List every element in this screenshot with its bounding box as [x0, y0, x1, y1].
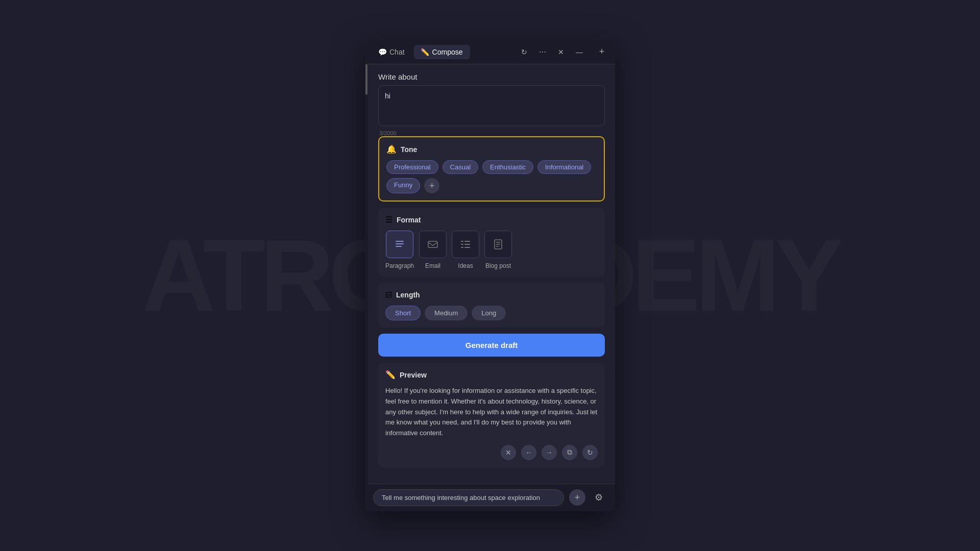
svg-rect-3 — [428, 241, 437, 247]
ideas-label: Ideas — [458, 262, 473, 269]
tone-casual[interactable]: Casual — [443, 160, 478, 174]
compose-tab-icon: ✏️ — [421, 48, 429, 56]
svg-rect-13 — [496, 246, 499, 247]
email-icon-box — [419, 231, 447, 258]
email-label: Email — [425, 262, 440, 269]
preview-icon: ✏️ — [385, 370, 396, 380]
preview-actions: ✕ ← → ⧉ ↻ — [385, 445, 598, 460]
tone-add-button[interactable]: + — [424, 178, 439, 193]
format-label: Format — [397, 216, 421, 224]
compose-tab-label: Compose — [432, 48, 463, 56]
generate-draft-button[interactable]: Generate draft — [378, 334, 605, 357]
write-about-textarea[interactable]: hi — [378, 85, 605, 126]
svg-rect-5 — [464, 241, 470, 242]
preview-prev-button[interactable]: ← — [521, 445, 536, 460]
scroll-thumb[interactable] — [365, 64, 368, 95]
preview-next-button[interactable]: → — [542, 445, 557, 460]
svg-rect-4 — [461, 241, 463, 242]
tab-group: 💬 Chat ✏️ Compose — [371, 45, 517, 59]
tone-tags: Professional Casual Enthusiastic Informa… — [386, 160, 597, 193]
format-blog-post[interactable]: Blog post — [484, 231, 512, 269]
chat-tab-icon: 💬 — [378, 48, 386, 56]
format-paragraph[interactable]: Paragraph — [385, 231, 414, 269]
format-options: Paragraph Email — [385, 231, 598, 269]
preview-section: ✏️ Preview Hello! If you're looking for … — [378, 363, 605, 467]
svg-rect-1 — [396, 243, 404, 244]
paragraph-icon-box — [386, 231, 413, 258]
format-email[interactable]: Email — [419, 231, 447, 269]
preview-label: Preview — [400, 371, 427, 379]
tone-informational[interactable]: Informational — [537, 160, 591, 174]
titlebar-actions: ↻ ⋯ ✕ — + — [517, 45, 609, 59]
tone-funny[interactable]: Funny — [386, 178, 420, 193]
tone-professional[interactable]: Professional — [386, 160, 438, 174]
main-panel: 💬 Chat ✏️ Compose ↻ ⋯ ✕ — + Write — [365, 40, 615, 511]
char-count: 3/2000 — [378, 130, 605, 136]
bottom-add-button[interactable]: + — [569, 489, 585, 506]
preview-copy-button[interactable]: ⧉ — [562, 445, 577, 460]
tone-label: Tone — [401, 145, 417, 154]
preview-header: ✏️ Preview — [385, 370, 598, 380]
format-section: ☰ Format Paragraph — [378, 208, 605, 277]
scroll-track[interactable] — [365, 64, 368, 511]
length-section: ⊟ Length Short Medium Long — [378, 283, 605, 328]
compose-content: Write about hi 3/2000 🔔 Tone Professiona… — [365, 64, 615, 484]
tone-section: 🔔 Tone Professional Casual Enthusiastic … — [378, 136, 605, 202]
length-long[interactable]: Long — [472, 306, 506, 320]
write-about-section: Write about hi 3/2000 — [378, 72, 605, 136]
more-button[interactable]: ⋯ — [535, 45, 550, 59]
write-about-label: Write about — [378, 72, 605, 81]
titlebar: 💬 Chat ✏️ Compose ↻ ⋯ ✕ — + — [365, 40, 615, 64]
format-ideas[interactable]: Ideas — [452, 231, 479, 269]
svg-rect-8 — [461, 247, 463, 248]
length-header: ⊟ Length — [385, 290, 598, 299]
blog-post-icon-box — [484, 231, 512, 258]
preview-refresh-button[interactable]: ↻ — [582, 445, 598, 460]
svg-rect-12 — [496, 244, 500, 245]
blog-post-label: Blog post — [485, 262, 511, 269]
refresh-button[interactable]: ↻ — [517, 45, 531, 59]
ideas-icon-box — [452, 231, 479, 258]
svg-rect-6 — [461, 244, 463, 245]
new-tab-button[interactable]: + — [595, 45, 609, 59]
tone-icon: 🔔 — [386, 144, 397, 154]
settings-button[interactable]: ⚙ — [591, 489, 607, 506]
bottom-bar: Tell me something interesting about spac… — [365, 484, 615, 511]
length-medium[interactable]: Medium — [425, 306, 468, 320]
tone-header: 🔔 Tone — [386, 144, 597, 154]
length-short[interactable]: Short — [385, 306, 421, 320]
paragraph-label: Paragraph — [385, 262, 414, 269]
preview-text: Hello! If you're looking for information… — [385, 386, 598, 439]
prompt-pill[interactable]: Tell me something interesting about spac… — [373, 489, 564, 506]
chat-tab-label: Chat — [389, 48, 405, 56]
svg-rect-2 — [396, 246, 402, 247]
length-label: Length — [396, 291, 420, 299]
preview-discard-button[interactable]: ✕ — [501, 445, 516, 460]
format-icon: ☰ — [385, 215, 393, 224]
minimize-button[interactable]: — — [572, 45, 586, 59]
tab-chat[interactable]: 💬 Chat — [371, 45, 412, 59]
tone-enthusiastic[interactable]: Enthusiastic — [482, 160, 533, 174]
svg-rect-0 — [396, 241, 404, 242]
length-icon: ⊟ — [385, 290, 392, 299]
length-buttons: Short Medium Long — [385, 306, 598, 320]
svg-rect-7 — [464, 244, 470, 245]
svg-rect-9 — [464, 247, 470, 248]
format-header: ☰ Format — [385, 215, 598, 224]
tab-compose[interactable]: ✏️ Compose — [414, 45, 470, 59]
svg-rect-11 — [496, 242, 500, 243]
close-button[interactable]: ✕ — [554, 45, 568, 59]
